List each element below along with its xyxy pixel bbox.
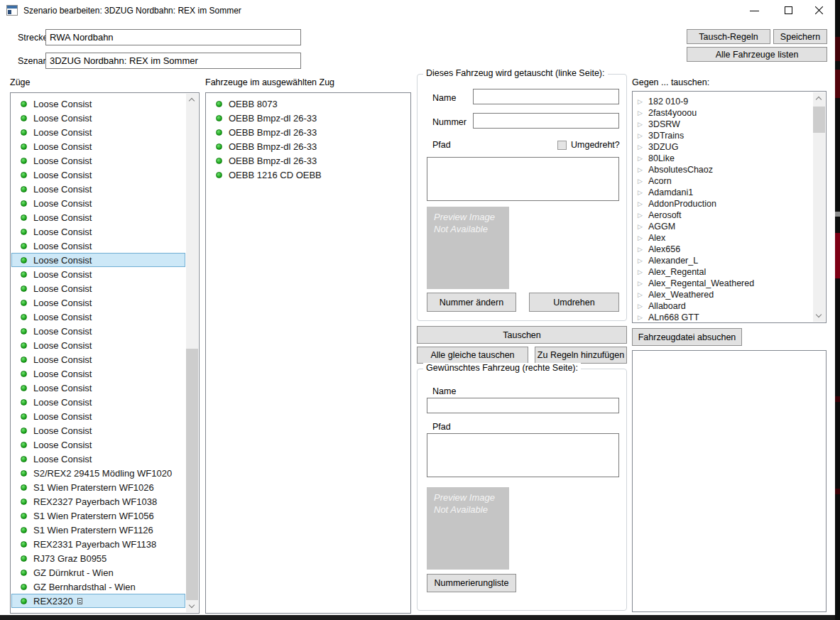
train-list-item[interactable]: Loose Consist — [11, 139, 185, 153]
train-list-item[interactable]: Loose Consist — [11, 310, 185, 324]
speichern-button[interactable]: Speichern — [773, 29, 827, 44]
tree-item[interactable]: Acorn — [633, 175, 799, 187]
train-list-item[interactable]: Loose Consist — [11, 224, 185, 239]
train-list-item[interactable]: Loose Consist — [11, 182, 185, 196]
train-list-item[interactable]: Loose Consist — [11, 111, 185, 125]
nummer-aendern-button[interactable]: Nummer ändern — [427, 293, 516, 312]
expand-arrow-icon[interactable] — [638, 110, 645, 116]
tree-item[interactable]: Adamdani1 — [633, 187, 799, 198]
tree-item[interactable]: AGGM — [633, 221, 799, 232]
train-list-item[interactable]: Loose Consist — [11, 253, 185, 267]
tree-item[interactable]: 3DZUG — [633, 141, 799, 153]
expand-arrow-icon[interactable] — [638, 246, 645, 253]
expand-arrow-icon[interactable] — [638, 303, 645, 310]
train-list-item[interactable]: Loose Consist — [11, 452, 185, 466]
train-list-item[interactable]: GZ Dürnkrut - Wien — [11, 565, 185, 580]
tree-item[interactable]: AbsolutesChaoz — [633, 164, 799, 175]
expand-arrow-icon[interactable] — [638, 178, 645, 185]
tree-scrollbar[interactable] — [813, 92, 825, 322]
strecke-input[interactable] — [45, 29, 301, 45]
scroll-up-icon[interactable] — [186, 94, 198, 106]
scroll-down-icon[interactable] — [813, 310, 825, 322]
train-list-item[interactable]: Loose Consist — [11, 423, 185, 437]
tree-item[interactable]: Allaboard — [633, 300, 799, 312]
train-list-item[interactable]: Loose Consist — [11, 125, 185, 139]
expand-arrow-icon[interactable] — [638, 156, 645, 162]
train-list-item[interactable]: Loose Consist — [11, 338, 185, 352]
tree-item[interactable]: Aerosoft — [633, 210, 799, 221]
tree-item[interactable]: Alex_Regental — [633, 266, 799, 278]
szenario-input[interactable] — [45, 53, 301, 69]
expand-arrow-icon[interactable] — [638, 190, 645, 196]
expand-arrow-icon[interactable] — [638, 121, 645, 128]
scroll-up-icon[interactable] — [813, 92, 825, 104]
alle-gleiche-tauschen-button[interactable]: Alle gleiche tauschen — [417, 347, 528, 364]
train-list-item[interactable]: RJ73 Graz B0955 — [11, 551, 185, 565]
umdrehen-button[interactable]: Umdrehen — [529, 293, 619, 312]
tree-item[interactable]: Alexander_L — [633, 255, 799, 266]
expand-arrow-icon[interactable] — [638, 315, 645, 321]
train-list-item[interactable]: Loose Consist — [11, 153, 185, 168]
train-list-item[interactable]: GZ Bernhardsthal - Wien — [11, 580, 185, 594]
tree-item[interactable]: AddonProduction — [633, 198, 799, 210]
train-list-item[interactable]: Loose Consist — [11, 437, 185, 452]
minimize-button[interactable] — [739, 0, 770, 21]
train-list-item[interactable]: Loose Consist — [11, 210, 185, 224]
maximize-button[interactable] — [773, 0, 804, 21]
expand-arrow-icon[interactable] — [638, 144, 645, 151]
wanted-pfad-textarea[interactable] — [427, 433, 619, 477]
expand-arrow-icon[interactable] — [638, 235, 645, 241]
nummerierungliste-button[interactable]: Nummerierungliste — [427, 574, 516, 592]
tree-item[interactable]: Alex_Regental_Weathered — [633, 278, 799, 289]
tausch-regeln-button[interactable]: Tausch-Regeln — [687, 29, 770, 44]
train-list-item[interactable]: Loose Consist — [11, 409, 185, 423]
train-list-item[interactable]: Loose Consist — [11, 395, 185, 409]
train-list-item[interactable]: Loose Consist — [11, 366, 185, 381]
train-list-item[interactable]: Loose Consist — [11, 352, 185, 366]
vehicle-list-item[interactable]: OEBB Bmpz-dl 26-33 — [207, 111, 408, 125]
tree-item[interactable]: 182 010-9 — [633, 96, 799, 107]
train-list-item[interactable]: Loose Consist — [11, 239, 185, 253]
zu-regeln-hinzufuegen-button[interactable]: Zu Regeln hinzufügen — [535, 347, 627, 364]
tree-item[interactable]: 2fast4yooou — [633, 107, 799, 119]
vehicle-list-item[interactable]: OEBB Bmpz-dl 26-33 — [207, 139, 408, 153]
nummer-input[interactable] — [473, 113, 619, 129]
train-list-item[interactable]: S2/REX2 29415 Mödling WF1020 — [11, 466, 185, 480]
pfad-textarea[interactable] — [427, 157, 619, 201]
expand-arrow-icon[interactable] — [638, 167, 645, 173]
fahrzeuge-list[interactable]: OEBB 8073 OEBB Bmpz-dl 26-33 OEBB Bmpz-d… — [205, 92, 411, 614]
train-list-item[interactable]: Loose Consist — [11, 295, 185, 310]
scrollbar-thumb[interactable] — [813, 107, 825, 133]
tauschen-button[interactable]: Tauschen — [417, 326, 627, 344]
close-button[interactable] — [804, 0, 835, 21]
scrollbar-thumb[interactable] — [186, 349, 198, 602]
vehicle-list-item[interactable]: OEBB Bmpz-dl 26-33 — [207, 125, 408, 139]
umgedreht-checkbox[interactable] — [557, 141, 567, 150]
name-input[interactable] — [473, 89, 619, 104]
train-list-item[interactable]: REX2320 — [11, 594, 185, 608]
expand-arrow-icon[interactable] — [638, 281, 645, 287]
train-list-item[interactable]: S1 Wien Praterstern WF1126 — [11, 523, 185, 537]
train-list-item[interactable]: REX2327 Payerbach WF1038 — [11, 494, 185, 508]
tree-item[interactable]: 80Like — [633, 153, 799, 164]
train-list-item[interactable]: Loose Consist — [11, 281, 185, 295]
expand-arrow-icon[interactable] — [638, 292, 645, 298]
vehicle-list-item[interactable]: OEBB 8073 — [207, 97, 408, 111]
expand-arrow-icon[interactable] — [638, 201, 645, 207]
train-list-item[interactable]: Loose Consist — [11, 267, 185, 281]
expand-arrow-icon[interactable] — [638, 258, 645, 264]
train-list-item[interactable]: Loose Consist — [11, 324, 185, 338]
expand-arrow-icon[interactable] — [638, 99, 645, 105]
expand-arrow-icon[interactable] — [638, 224, 645, 230]
tree-item[interactable]: Alex_Weathered — [633, 289, 799, 300]
provider-tree[interactable]: 182 010-9 2fast4yooou 3DSRW 3DTrains 3DZ… — [632, 91, 827, 323]
tree-item[interactable]: Alex656 — [633, 244, 799, 255]
expand-arrow-icon[interactable] — [638, 269, 645, 276]
zuege-list[interactable]: Loose Consist Loose Consist Loose Consis… — [10, 92, 200, 614]
tree-item[interactable]: ALn668 GTT — [633, 312, 799, 323]
wanted-name-input[interactable] — [427, 398, 619, 413]
fahrzeugdatei-absuchen-button[interactable]: Fahrzeugdatei absuchen — [632, 328, 742, 346]
expand-arrow-icon[interactable] — [638, 133, 645, 139]
zuege-scrollbar[interactable] — [186, 94, 198, 612]
train-list-item[interactable]: S1 Wien Praterstern WF1026 — [11, 480, 185, 494]
